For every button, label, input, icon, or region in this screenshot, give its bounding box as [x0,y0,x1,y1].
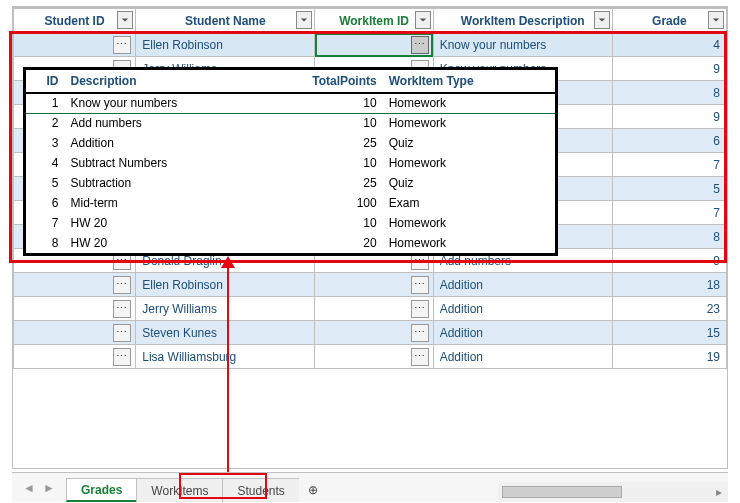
popup-cell-tp: 100 [263,193,383,213]
popup-cell-id: 8 [26,233,65,253]
popup-cell-tp: 10 [263,113,383,133]
cell-grade[interactable]: 7 [612,201,726,225]
table-row[interactable]: 3⋯Steven Kunes3⋯Addition15 [14,321,727,345]
table-row[interactable]: 2⋯Jerry Williams3⋯Addition23 [14,297,727,321]
cell-grade[interactable]: 4 [612,33,726,57]
cell-workitem-id[interactable]: 3⋯ [315,297,433,321]
cell-grade[interactable]: 6 [612,129,726,153]
popup-cell-type: Homework [383,93,555,113]
cell-grade[interactable]: 5 [612,177,726,201]
tab-students[interactable]: Students [222,478,299,502]
horizontal-scrollbar[interactable]: ▸ [498,482,728,502]
tab-workitems[interactable]: WorkItems [136,478,223,502]
cell-student-id[interactable]: 4⋯ [14,345,136,369]
filter-dropdown-icon[interactable] [708,11,724,29]
tab-label: WorkItems [151,484,208,498]
cell-workitem-id[interactable]: 3⋯ [315,321,433,345]
filter-dropdown-icon[interactable] [594,11,610,29]
col-header-workitem-id[interactable]: WorkItem ID [315,9,433,33]
sheet-tab-bar: ◄ ► Grades WorkItems Students ⊕ ▸ [12,472,728,502]
popup-header-desc[interactable]: Description [65,70,264,93]
cell-grade[interactable]: 9 [612,57,726,81]
cell-grade[interactable]: 9 [612,249,726,273]
popup-row[interactable]: 1Know your numbers10Homework [26,93,555,113]
popup-row[interactable]: 6Mid-term100Exam [26,193,555,213]
popup-cell-id: 5 [26,173,65,193]
popup-cell-tp: 10 [263,213,383,233]
col-header-grade[interactable]: Grade [612,9,726,33]
col-header-student-id[interactable]: Student ID [14,9,136,33]
cell-grade[interactable]: 8 [612,81,726,105]
popup-cell-id: 1 [26,93,65,113]
tab-grades[interactable]: Grades [66,478,137,502]
popup-row[interactable]: 8HW 2020Homework [26,233,555,253]
cell-workitem-desc[interactable]: Know your numbers [433,33,612,57]
popup-row[interactable]: 3Addition25Quiz [26,133,555,153]
popup-row[interactable]: 7HW 2010Homework [26,213,555,233]
scrollbar-thumb[interactable] [502,486,622,498]
table-row[interactable]: 1⋯Ellen Robinson1⋯Know your numbers4 [14,33,727,57]
lookup-button[interactable]: ⋯ [113,300,131,318]
col-header-student-name[interactable]: Student Name [136,9,315,33]
filter-dropdown-icon[interactable] [117,11,133,29]
cell-grade[interactable]: 15 [612,321,726,345]
popup-row[interactable]: 4Subtract Numbers10Homework [26,153,555,173]
lookup-button[interactable]: ⋯ [411,348,429,366]
cell-workitem-desc[interactable]: Addition [433,297,612,321]
popup-cell-id: 6 [26,193,65,213]
cell-grade[interactable]: 18 [612,273,726,297]
col-header-workitem-desc[interactable]: WorkItem Description [433,9,612,33]
popup-cell-desc: Subtraction [65,173,264,193]
popup-row[interactable]: 2Add numbers10Homework [26,113,555,133]
cell-grade[interactable]: 7 [612,153,726,177]
cell-student-id[interactable]: 1⋯ [14,273,136,297]
cell-workitem-id[interactable]: 3⋯ [315,273,433,297]
popup-header-id[interactable]: ID [26,70,65,93]
tab-nav-prev-icon[interactable]: ◄ [20,479,38,497]
cell-student-id[interactable]: 2⋯ [14,297,136,321]
cell-workitem-desc[interactable]: Addition [433,273,612,297]
popup-cell-type: Homework [383,113,555,133]
lookup-button[interactable]: ⋯ [411,36,429,54]
lookup-button[interactable]: ⋯ [411,276,429,294]
cell-workitem-id[interactable]: 3⋯ [315,345,433,369]
popup-cell-desc: HW 20 [65,213,264,233]
popup-header-type[interactable]: WorkItem Type [383,70,555,93]
cell-workitem-id[interactable]: 1⋯ [315,33,433,57]
cell-student-name[interactable]: Lisa Williamsburg [136,345,315,369]
popup-row[interactable]: 5Subtraction25Quiz [26,173,555,193]
cell-student-id[interactable]: 1⋯ [14,33,136,57]
popup-cell-tp: 10 [263,153,383,173]
lookup-button[interactable]: ⋯ [411,300,429,318]
table-row[interactable]: 4⋯Lisa Williamsburg3⋯Addition19 [14,345,727,369]
lookup-button[interactable]: ⋯ [113,276,131,294]
popup-cell-type: Quiz [383,133,555,153]
scroll-right-icon[interactable]: ▸ [710,483,728,501]
cell-workitem-desc[interactable]: Addition [433,345,612,369]
popup-cell-tp: 10 [263,93,383,113]
tab-add[interactable]: ⊕ [299,478,327,502]
col-label: Student Name [185,14,266,28]
popup-cell-desc: Know your numbers [65,93,264,113]
lookup-button[interactable]: ⋯ [113,36,131,54]
cell-student-name[interactable]: Ellen Robinson [136,273,315,297]
cell-student-name[interactable]: Jerry Williams [136,297,315,321]
lookup-button[interactable]: ⋯ [411,324,429,342]
lookup-button[interactable]: ⋯ [113,324,131,342]
table-row[interactable]: 1⋯Ellen Robinson3⋯Addition18 [14,273,727,297]
lookup-popup[interactable]: ID Description TotalPoints WorkItem Type… [23,67,558,256]
cell-grade[interactable]: 19 [612,345,726,369]
cell-workitem-desc[interactable]: Addition [433,321,612,345]
tab-nav-next-icon[interactable]: ► [40,479,58,497]
cell-grade[interactable]: 23 [612,297,726,321]
lookup-button[interactable]: ⋯ [113,348,131,366]
popup-cell-type: Homework [383,153,555,173]
cell-student-name[interactable]: Ellen Robinson [136,33,315,57]
cell-grade[interactable]: 8 [612,225,726,249]
filter-dropdown-icon[interactable] [415,11,431,29]
cell-student-id[interactable]: 3⋯ [14,321,136,345]
popup-header-totalpoints[interactable]: TotalPoints [263,70,383,93]
filter-dropdown-icon[interactable] [296,11,312,29]
cell-grade[interactable]: 9 [612,105,726,129]
cell-student-name[interactable]: Steven Kunes [136,321,315,345]
